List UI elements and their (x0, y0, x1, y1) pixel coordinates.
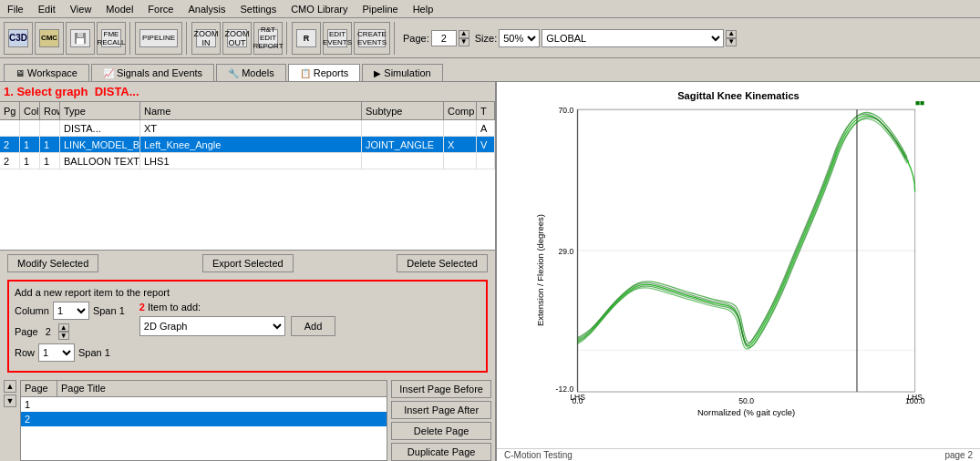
y-axis-label: Extension / Flexion (degrees) (535, 214, 545, 326)
toolbar-r-btn[interactable]: R (292, 22, 321, 55)
item-type-select[interactable]: 2D Graph (139, 316, 285, 336)
page-list-row[interactable]: 1 (21, 397, 387, 412)
toolbar-print-btn[interactable]: FMERECALL (97, 22, 126, 55)
delete-selected-button[interactable]: Delete Selected (397, 254, 488, 272)
td-pg (0, 120, 20, 136)
td-row-val: 1 (40, 137, 60, 152)
page-spinbox[interactable]: ▲ ▼ (459, 30, 469, 46)
add-button[interactable]: Add (291, 316, 336, 336)
side-scroll: ▲ ▼ (4, 380, 16, 461)
tab-simulation[interactable]: ▶ Simulation (362, 64, 442, 81)
column-select[interactable]: 1 (53, 302, 89, 320)
span1-label: Span 1 (93, 305, 125, 316)
tab-workspace[interactable]: 🖥 Workspace (4, 64, 89, 81)
global-down-arrow[interactable]: ▼ (726, 38, 737, 46)
toolbar-sep-2 (186, 22, 188, 55)
toolbar-new-btn[interactable]: C3D (4, 22, 33, 55)
footer-right: page 2 (944, 450, 973, 460)
grid-controls-group: Column 1 Span 1 Page 2 ▲ ▼ (15, 302, 125, 365)
td-pg: 2 (0, 153, 20, 169)
menu-pipeline[interactable]: Pipeline (356, 2, 406, 16)
page-ctrl-spinbox[interactable]: ▲ ▼ (58, 323, 69, 340)
menu-settings[interactable]: Settings (232, 2, 284, 16)
td-subtype (362, 120, 444, 136)
page-list-row[interactable]: 2 (21, 412, 387, 426)
toolbar: C3D CMC FMERECALL PIPELINE ZOOMIN ZOOMOU… (0, 18, 980, 58)
page-action-buttons: Insert Page Before Insert Page After Del… (391, 380, 491, 461)
table-row[interactable]: 2 1 1 LINK_MODEL_BAS... Left_Knee_Angle … (0, 137, 495, 153)
export-selected-button[interactable]: Export Selected (202, 254, 294, 272)
global-select[interactable]: GLOBAL (542, 29, 724, 47)
modify-selected-button[interactable]: Modify Selected (7, 254, 98, 272)
delete-page-button[interactable]: Delete Page (391, 422, 491, 440)
table-area: 1. Select graph DISTA... Pg Col Row Type… (0, 82, 495, 251)
pages-th-page: Page (21, 381, 57, 396)
graph-title: Sagittal Knee Kinematics (677, 90, 799, 101)
x-axis-label: Normalized (% gait cycle) (697, 407, 795, 417)
toolbar-open-btn[interactable]: CMC (35, 22, 64, 55)
td-type: DISTA... (60, 120, 140, 136)
page-value: 2 (46, 326, 51, 337)
th-subtype: Subtype (362, 102, 444, 119)
buttons-row: Modify Selected Export Selected Delete S… (0, 251, 495, 276)
page-ctrl-up[interactable]: ▲ (58, 323, 69, 332)
graph-marker: ■■ (915, 98, 924, 108)
page-down-arrow[interactable]: ▼ (459, 38, 469, 46)
td-name: LHS1 (140, 153, 362, 169)
scroll-down-arrow[interactable]: ▼ (4, 394, 16, 407)
toolbar-pipeline-btn[interactable]: PIPELINE (135, 22, 182, 55)
graph-svg: Sagittal Knee Kinematics ■■ Extension / … (497, 82, 980, 443)
table-body: DISTA... XT A 2 1 1 LINK_MODEL_BAS... Le… (0, 120, 495, 251)
tab-signals[interactable]: 📈 Signals and Events (91, 64, 214, 81)
y-label-neg12: -12.0 (556, 384, 574, 394)
table-row[interactable]: DISTA... XT A (0, 120, 495, 137)
size-select[interactable]: 50% (499, 29, 540, 47)
left-panel: 1. Select graph DISTA... Pg Col Row Type… (0, 82, 497, 461)
menu-view[interactable]: View (63, 2, 99, 16)
menu-file[interactable]: File (0, 2, 31, 16)
menu-edit[interactable]: Edit (31, 2, 63, 16)
insert-page-after-button[interactable]: Insert Page After (391, 401, 491, 419)
insert-page-before-button[interactable]: Insert Page Before (391, 380, 491, 398)
global-spinbox[interactable]: ▲ ▼ (726, 30, 737, 46)
toolbar-create-btn[interactable]: CREATEEVENTS (354, 22, 390, 55)
pages-th-title: Page Title (57, 381, 387, 396)
toolbar-edit-btn[interactable]: R&TEDITREPORT (253, 22, 283, 55)
menu-force[interactable]: Force (140, 2, 181, 16)
tab-reports[interactable]: 📋 Reports (288, 64, 361, 81)
table-row[interactable]: 2 1 1 BALLOON TEXT LHS1 (0, 153, 495, 169)
td-type: BALLOON TEXT (60, 153, 140, 169)
item-to-add-text: Item to add: (148, 302, 201, 312)
toolbar-zoomin-btn[interactable]: ZOOMIN (191, 22, 221, 55)
tab-bar: 🖥 Workspace 📈 Signals and Events 🔧 Model… (0, 58, 980, 82)
svg-rect-1 (77, 38, 84, 44)
item-to-add-label: 2 Item to add: (139, 302, 336, 312)
row-ctrl-row: Row 1 Span 1 (15, 343, 125, 362)
add-item-description: Add a new report item to the report (15, 287, 480, 298)
toolbar-edit2-btn[interactable]: EDITEVENTS (323, 22, 352, 55)
item-select-row: 2D Graph Add (139, 316, 336, 336)
scroll-up-arrow[interactable]: ▲ (4, 380, 16, 393)
page-ctrl-down[interactable]: ▼ (58, 332, 69, 340)
toolbar-zoomout-btn[interactable]: ZOOMOUT (222, 22, 252, 55)
right-panel: Sagittal Knee Kinematics ■■ Extension / … (497, 82, 980, 461)
menu-cmo-library[interactable]: CMO Library (284, 2, 355, 16)
menu-analysis[interactable]: Analysis (181, 2, 232, 16)
th-col: Col (20, 102, 40, 119)
duplicate-page-button[interactable]: Duplicate Page (391, 443, 491, 461)
y-label-29: 29.0 (558, 247, 573, 256)
step-label: 2 (139, 302, 145, 312)
td-col: 1 (20, 153, 40, 169)
pages-table-header: Page Page Title (21, 381, 387, 397)
toolbar-save-btn[interactable] (66, 22, 95, 55)
td-type: LINK_MODEL_BAS... (60, 137, 140, 152)
footer-left: C-Motion Testing (504, 450, 573, 460)
menu-model[interactable]: Model (98, 2, 140, 16)
menu-help[interactable]: Help (406, 2, 441, 16)
page-input[interactable] (431, 30, 457, 46)
row-select[interactable]: 1 (38, 343, 75, 362)
th-t: T (477, 102, 495, 119)
span2-label: Span 1 (78, 347, 110, 358)
th-comp: Comp (444, 102, 477, 119)
tab-models[interactable]: 🔧 Models (216, 64, 286, 81)
